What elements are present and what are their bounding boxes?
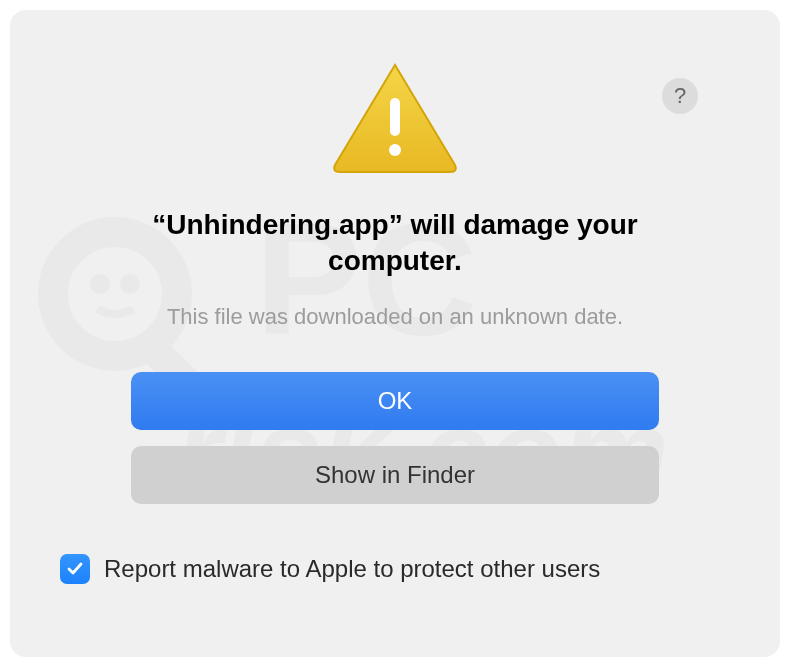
button-group: OK Show in Finder [131,372,659,504]
warning-triangle-icon [330,60,460,179]
title-quote-open: “ [152,209,166,240]
show-in-finder-button[interactable]: Show in Finder [131,446,659,504]
dialog-content: ? “Unhindering.app” will damage your com… [60,50,730,584]
report-malware-row: Report malware to Apple to protect other… [60,554,600,584]
dialog-title: “Unhindering.app” will damage your compu… [115,207,675,280]
ok-button[interactable]: OK [131,372,659,430]
dialog-subtitle: This file was downloaded on an unknown d… [167,304,623,330]
security-alert-dialog: PC risk.com ? “Unhind [10,10,780,657]
svg-point-7 [389,144,401,156]
ok-button-label: OK [378,387,413,415]
help-icon: ? [674,83,686,109]
svg-rect-6 [390,98,400,136]
report-malware-checkbox[interactable] [60,554,90,584]
show-in-finder-label: Show in Finder [315,461,475,489]
app-name: Unhindering.app [166,209,388,240]
checkmark-icon [65,559,85,579]
help-button[interactable]: ? [662,78,698,114]
report-malware-label: Report malware to Apple to protect other… [104,555,600,583]
